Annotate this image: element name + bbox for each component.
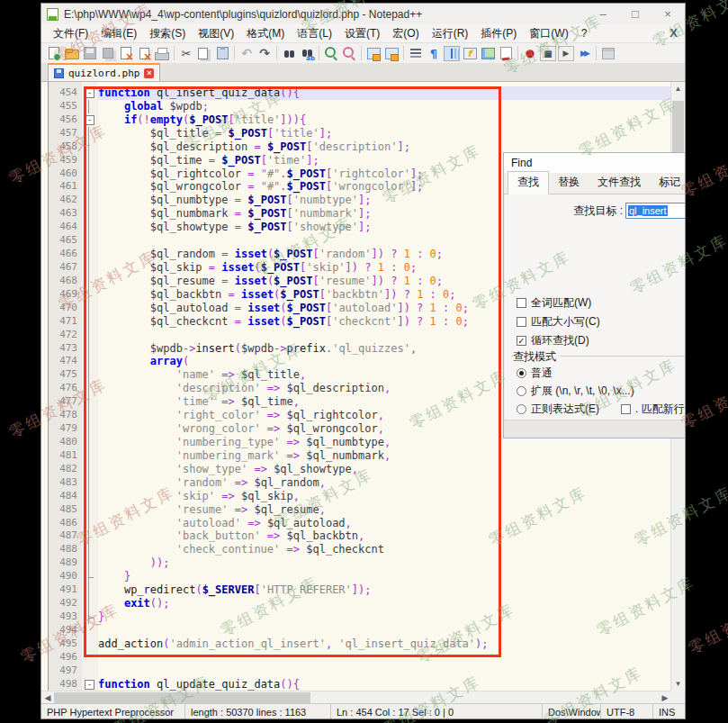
- tab-close-icon[interactable]: ×: [144, 68, 154, 78]
- code-line-498: 498function ql_update_quiz_data(){: [48, 678, 672, 691]
- horizontal-scrollbar-thumb[interactable]: [54, 692, 310, 703]
- regex-newline-checkbox[interactable]: [621, 404, 631, 414]
- find-icon[interactable]: [281, 46, 297, 61]
- menu-item[interactable]: 搜索(S): [143, 24, 192, 43]
- open-file-icon[interactable]: [64, 46, 80, 61]
- copy-icon[interactable]: [196, 46, 212, 61]
- radio-icon[interactable]: [517, 368, 526, 378]
- save-icon[interactable]: [82, 46, 98, 61]
- stop-macro-icon[interactable]: [540, 46, 556, 61]
- document-switcher-icon[interactable]: [498, 46, 514, 61]
- status-eol-format[interactable]: Dos\Windows: [543, 704, 601, 719]
- save-all-icon[interactable]: [100, 46, 116, 61]
- code-text: 'skip' => $ql_skip,: [98, 490, 672, 503]
- toolbar-separator: [234, 46, 235, 60]
- function-list-icon[interactable]: [462, 46, 478, 61]
- replace-icon[interactable]: [299, 46, 315, 61]
- find-dialog-tab[interactable]: 查找: [508, 171, 549, 194]
- line-number: 486: [48, 517, 82, 530]
- find-dialog-tab[interactable]: 标记: [650, 172, 686, 194]
- menu-item[interactable]: ?: [575, 25, 594, 41]
- cut-icon[interactable]: [178, 46, 194, 61]
- playback-macro-icon[interactable]: [558, 46, 574, 61]
- find-dialog-tab[interactable]: 替换: [549, 172, 589, 194]
- menu-item[interactable]: 运行(R): [426, 24, 475, 43]
- menu-item[interactable]: 文件(F): [47, 24, 94, 43]
- fold-guide: [82, 342, 98, 356]
- menu-item[interactable]: 插件(P): [474, 24, 523, 43]
- find-target-input[interactable]: ql_insert: [625, 203, 686, 219]
- fold-guide: [82, 368, 98, 382]
- code-text: [98, 664, 672, 678]
- close-button[interactable]: ×: [658, 4, 678, 24]
- find-dialog-tab[interactable]: 文件查找: [589, 172, 650, 194]
- line-number: 471: [48, 315, 82, 329]
- menu-item[interactable]: 宏(O): [386, 24, 425, 43]
- regex-matches-newline-option[interactable]: . 匹配新行: [621, 402, 685, 417]
- fold-guide: [82, 382, 98, 395]
- fold-marker-icon[interactable]: [82, 678, 98, 691]
- checkbox-icon[interactable]: [517, 298, 526, 308]
- line-number: 473: [48, 342, 82, 356]
- checkbox-icon[interactable]: ✓: [517, 336, 526, 346]
- search-mode-option[interactable]: 扩展 (\n, \r, \t, \0, \x...): [517, 384, 634, 399]
- code-text: 'numbering_mark' => $ql_numbmark,: [98, 449, 672, 463]
- run-macro-multiple-icon[interactable]: [576, 46, 592, 61]
- zoom-in-icon[interactable]: [323, 46, 339, 61]
- line-number: 474: [48, 355, 82, 368]
- horizontal-scrollbar[interactable]: ◀ ▶: [41, 691, 671, 703]
- paste-icon[interactable]: [214, 46, 230, 61]
- new-file-icon[interactable]: [46, 46, 62, 61]
- word-wrap-icon[interactable]: [408, 46, 424, 61]
- toolbar-separator: [596, 46, 597, 60]
- status-insert-mode[interactable]: INS: [653, 704, 685, 719]
- vertical-scrollbar-thumb[interactable]: [672, 101, 684, 153]
- menu-close-icon[interactable]: X: [670, 26, 678, 40]
- close-all-icon[interactable]: [136, 46, 152, 61]
- tab-quizlord[interactable]: quizlord.php ×: [48, 63, 160, 81]
- redo-icon[interactable]: [256, 46, 273, 61]
- indent-guide-icon[interactable]: [444, 46, 460, 61]
- menu-item[interactable]: 格式(M): [240, 24, 291, 43]
- record-macro-icon[interactable]: [522, 46, 538, 61]
- fold-guide: [82, 207, 98, 221]
- radio-icon[interactable]: [517, 404, 526, 414]
- menu-item[interactable]: 设置(T): [338, 24, 386, 43]
- status-encoding[interactable]: UTF-8: [601, 704, 653, 719]
- show-all-characters-icon[interactable]: [426, 46, 442, 61]
- scroll-right-icon[interactable]: ▶: [659, 691, 671, 704]
- line-number: 496: [48, 651, 82, 664]
- find-option[interactable]: 匹配大小写(C): [517, 314, 600, 330]
- radio-icon[interactable]: [517, 386, 526, 396]
- search-mode-option[interactable]: 正则表达式(E): [517, 402, 599, 417]
- find-dialog-title[interactable]: Find: [504, 153, 686, 173]
- undo-icon[interactable]: [238, 46, 255, 61]
- fold-guide: [82, 302, 98, 315]
- sync-scroll-v-icon[interactable]: [365, 46, 382, 61]
- search-mode-option[interactable]: 普通: [517, 366, 553, 381]
- find-option[interactable]: 全词匹配(W): [517, 295, 591, 311]
- menu-item[interactable]: 语言(L): [291, 24, 338, 43]
- print-icon[interactable]: [154, 46, 170, 61]
- document-map-icon[interactable]: [480, 46, 496, 61]
- zoom-out-icon[interactable]: [341, 46, 357, 61]
- fold-guide: [82, 140, 98, 154]
- find-option[interactable]: ✓循环查找(D): [517, 333, 589, 348]
- save-macro-icon[interactable]: [600, 46, 616, 61]
- maximize-button[interactable]: □: [625, 4, 645, 24]
- menu-item[interactable]: 视图(V): [192, 24, 240, 43]
- scroll-up-icon[interactable]: ▲: [671, 82, 685, 95]
- fold-marker-icon[interactable]: [82, 86, 98, 100]
- checkbox-icon[interactable]: [517, 317, 526, 327]
- code-text: wp_redirect($_SERVER['HTTP_REFERER']);: [98, 583, 672, 597]
- scroll-down-icon[interactable]: ▼: [671, 677, 685, 691]
- close-icon[interactable]: [118, 46, 134, 61]
- sync-scroll-h-icon[interactable]: [383, 46, 400, 61]
- scroll-left-icon[interactable]: ◀: [41, 691, 54, 704]
- menu-item[interactable]: 窗口(W): [523, 24, 574, 43]
- title-bar[interactable]: E:\php\WWW\wp4_4\wp-content\plugins\quiz…: [41, 4, 685, 24]
- line-number: 463: [48, 207, 82, 221]
- fold-marker-icon[interactable]: [82, 113, 98, 127]
- minimize-button[interactable]: –: [593, 4, 613, 24]
- menu-item[interactable]: 编辑(E): [94, 24, 143, 43]
